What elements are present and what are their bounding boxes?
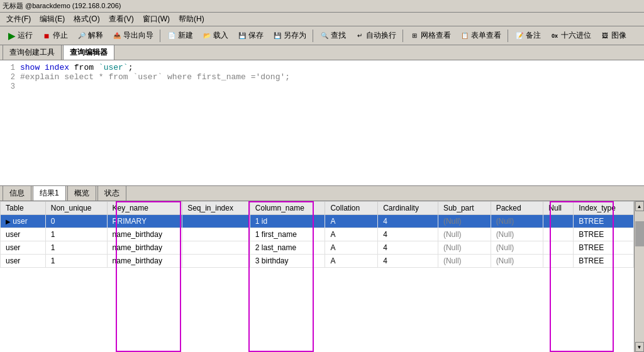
cell-key-name: PRIMARY (107, 215, 182, 228)
cell-collation: A (325, 228, 378, 241)
col-header-cardinality: Cardinality (378, 202, 438, 215)
hex-button[interactable]: 0x 十六进位 (546, 28, 595, 43)
cell-packed: (Null) (491, 215, 543, 228)
stop-label: 停止 (53, 30, 68, 41)
toolbar: ▶ 运行 ■ 停止 🔎 解释 📤 导出向导 📄 新建 📂 载入 💾 保存 💾 另… (0, 26, 644, 45)
export-icon: 📤 (112, 31, 122, 41)
bottom-section: 信息 结果1 概览 状态 Table Non_unique Key_name S… (0, 186, 644, 352)
cell-table: user (1, 255, 46, 268)
cell-table: user (1, 228, 46, 241)
find-button[interactable]: 🔍 查找 (316, 28, 350, 43)
cell-column-name: 1 first_name (250, 228, 325, 241)
cell-key-name: name_birthday (107, 228, 182, 241)
tab-query-editor[interactable]: 查询编辑器 (63, 45, 114, 60)
cell-non-unique: 1 (45, 228, 107, 241)
comment-label: 备注 (526, 30, 541, 41)
tab-result1[interactable]: 结果1 (33, 185, 66, 201)
menu-view[interactable]: 查看(V) (105, 13, 138, 26)
scroll-down-button[interactable]: ▼ (635, 342, 644, 352)
cell-non-unique: 0 (45, 215, 107, 228)
cell-cardinality: 4 (378, 228, 438, 241)
col-header-null: Null (543, 202, 574, 215)
form-label: 表单查看 (471, 30, 501, 41)
menu-help[interactable]: 帮助(H) (175, 13, 208, 26)
image-icon: 🖼 (600, 31, 610, 41)
hex-icon: 0x (550, 31, 560, 41)
tab-info[interactable]: 信息 (3, 185, 31, 201)
result-table: Table Non_unique Key_name Seq_in_index C… (0, 201, 634, 268)
tab-query-builder[interactable]: 查询创建工具 (3, 45, 62, 60)
cell-index-type: BTREE (574, 255, 634, 268)
save-label: 保存 (248, 30, 264, 41)
editor-line-2: 2 #explain select * from `user` where fi… (5, 72, 639, 82)
table-header-row: Table Non_unique Key_name Seq_in_index C… (1, 202, 634, 215)
cell-null (543, 241, 574, 255)
form-icon: 📋 (460, 31, 470, 41)
cell-cardinality: 4 (378, 215, 438, 228)
table-row[interactable]: user 1 name_birthday 3 birthday A 4 (Nul… (1, 255, 634, 268)
find-icon: 🔍 (319, 31, 330, 41)
cell-seq (182, 215, 250, 228)
comment-icon: 📝 (514, 31, 525, 41)
tab-status[interactable]: 状态 (97, 185, 126, 201)
save-button[interactable]: 💾 保存 (233, 28, 267, 43)
editor-line-3: 3 (5, 82, 639, 91)
result-tabs: 信息 结果1 概览 状态 (0, 186, 644, 201)
menu-edit[interactable]: 编辑(E) (36, 13, 69, 26)
wrap-button[interactable]: ↵ 自动换行 (351, 28, 400, 43)
comment-button[interactable]: 📝 备注 (511, 28, 545, 43)
cell-non-unique: 1 (45, 241, 107, 255)
new-button[interactable]: 📄 新建 (163, 28, 197, 43)
table-row[interactable]: user 1 name_birthday 1 first_name A 4 (N… (1, 228, 634, 241)
form-view-button[interactable]: 📋 表单查看 (456, 28, 505, 43)
cell-non-unique: 1 (45, 255, 107, 268)
load-button[interactable]: 📂 载入 (198, 28, 232, 43)
cell-packed: (Null) (491, 241, 543, 255)
cell-seq (182, 228, 250, 241)
cell-seq (182, 255, 250, 268)
col-header-table: Table (1, 202, 46, 215)
save-as-button[interactable]: 💾 另存为 (269, 28, 310, 43)
table-row[interactable]: user 1 name_birthday 2 last_name A 4 (Nu… (1, 241, 634, 255)
menu-format[interactable]: 格式(O) (70, 13, 103, 26)
grid-view-button[interactable]: ⊞ 网格查看 (406, 28, 455, 43)
menu-file[interactable]: 文件(F) (3, 13, 35, 26)
save-icon: 💾 (237, 31, 247, 41)
cell-null (543, 215, 574, 228)
scroll-up-button[interactable]: ▲ (635, 201, 644, 211)
stop-button[interactable]: ■ 停止 (38, 28, 72, 43)
cell-column-name: 2 last_name (250, 241, 325, 255)
query-editor[interactable]: 1 show index from `user`; 2 #explain sel… (0, 60, 644, 186)
vertical-scrollbar[interactable]: ▲ ▼ (634, 201, 644, 352)
editor-tabs: 查询创建工具 查询编辑器 (0, 45, 644, 60)
menu-window[interactable]: 窗口(W) (139, 13, 174, 26)
run-button[interactable]: ▶ 运行 (3, 28, 36, 43)
col-header-seq: Seq_in_index (182, 202, 250, 215)
cell-sub-part: (Null) (438, 228, 491, 241)
separator-4 (508, 30, 508, 42)
load-label: 载入 (213, 30, 228, 41)
image-button[interactable]: 🖼 图像 (596, 28, 630, 43)
export-button[interactable]: 📤 导出向导 (108, 28, 157, 43)
explain-button[interactable]: 🔎 解释 (73, 28, 107, 43)
cell-collation: A (325, 241, 378, 255)
cell-collation: A (325, 255, 378, 268)
cell-packed: (Null) (491, 255, 543, 268)
data-table-wrapper[interactable]: Table Non_unique Key_name Seq_in_index C… (0, 201, 634, 352)
stop-icon: ■ (42, 31, 52, 41)
title-text: 无标题 @barackdemo (192.168.0.206) (3, 1, 121, 11)
cell-null (543, 228, 574, 241)
cell-cardinality: 4 (378, 255, 438, 268)
table-row[interactable]: ▶ user 0 PRIMARY 1 id A 4 (Null) (Null) … (1, 215, 634, 228)
cell-sub-part: (Null) (438, 241, 491, 255)
scroll-thumb[interactable] (635, 221, 644, 246)
editor-line-1: 1 show index from `user`; (5, 63, 639, 72)
cell-column-name: 3 birthday (250, 255, 325, 268)
wrap-icon: ↵ (355, 31, 365, 41)
wrap-label: 自动换行 (366, 30, 396, 41)
cell-index-type: BTREE (574, 228, 634, 241)
tab-overview[interactable]: 概览 (67, 185, 96, 201)
cell-table: ▶ user (1, 215, 46, 228)
col-header-packed: Packed (491, 202, 543, 215)
title-bar: 无标题 @barackdemo (192.168.0.206) (0, 0, 644, 13)
